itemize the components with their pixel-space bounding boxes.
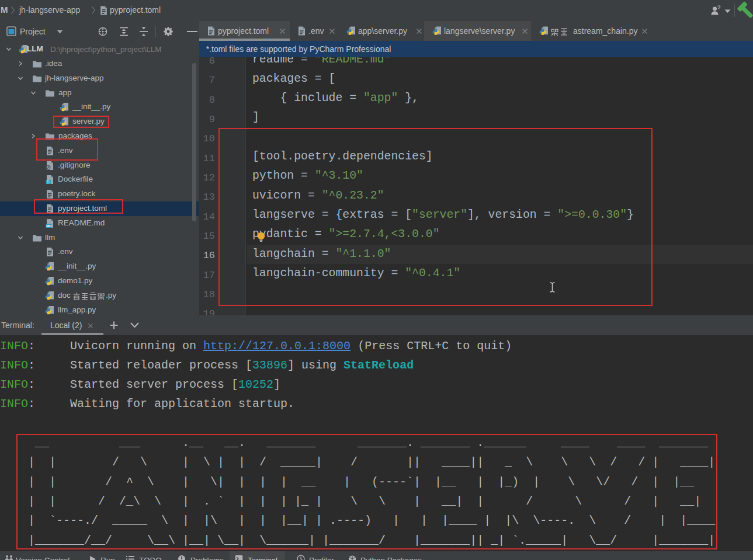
svg-text:D: D [47, 180, 50, 184]
svg-text:MD: MD [46, 224, 51, 227]
